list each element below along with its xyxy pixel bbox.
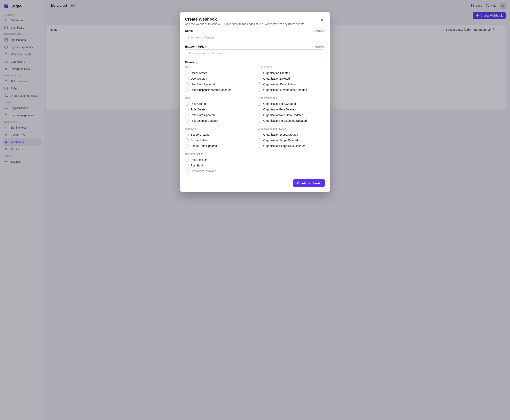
checkbox-icon xyxy=(185,102,189,105)
event-checkbox-organizationscope-created[interactable]: OrganizationScope.Created xyxy=(258,132,324,137)
checkbox-icon xyxy=(258,88,261,92)
event-label: OrganizationRole.Scopes.Updated xyxy=(263,119,307,122)
checkbox-icon xyxy=(185,164,189,167)
event-group-label: Organization permission xyxy=(258,127,324,130)
event-checkbox-organizationrole-scopes-updated[interactable]: OrganizationRole.Scopes.Updated xyxy=(258,118,324,124)
event-checkbox-organization-membership-updated[interactable]: Organization.Membership.Updated xyxy=(258,87,324,93)
event-checkbox-role-data-updated[interactable]: Role.Data.Updated xyxy=(185,112,252,118)
event-checkbox-organizationrole-data-updated[interactable]: OrganizationRole.Data.Updated xyxy=(258,112,324,118)
checkbox-icon xyxy=(185,108,189,111)
info-icon[interactable]: i xyxy=(205,45,208,48)
event-label: User.Deleted xyxy=(191,77,207,80)
endpoint-input[interactable] xyxy=(185,49,324,57)
event-checkbox-scope-created[interactable]: Scope.Created xyxy=(185,132,252,137)
event-group-label: Organization xyxy=(258,66,324,68)
modal-subtitle: Add the Webhook to send a POST request t… xyxy=(185,22,305,26)
event-checkbox-user-suspensionstatus-updated[interactable]: User.SuspensionStatus.Updated xyxy=(185,87,252,93)
event-checkbox-postsignin[interactable]: PostSignIn xyxy=(185,163,252,168)
checkbox-icon xyxy=(258,108,261,111)
checkbox-icon xyxy=(258,71,261,75)
event-group-label: Organization role xyxy=(258,96,324,99)
create-webhook-submit[interactable]: Create webhook xyxy=(293,179,325,187)
event-label: Organization.Data.Updated xyxy=(263,83,298,86)
checkbox-icon xyxy=(185,71,189,75)
event-checkbox-postregister[interactable]: PostRegister xyxy=(185,157,252,163)
event-label: User.Data.Updated xyxy=(191,83,215,86)
checkbox-icon xyxy=(185,119,189,122)
event-checkbox-organization-created[interactable]: Organization.Created xyxy=(258,70,324,76)
event-label: Organization.Created xyxy=(263,71,290,75)
event-checkbox-scope-deleted[interactable]: Scope.Deleted xyxy=(185,137,252,143)
checkbox-icon xyxy=(185,138,189,142)
event-label: OrganizationScope.Deleted xyxy=(263,139,298,142)
checkbox-icon xyxy=(185,82,189,86)
event-checkbox-organizationrole-deleted[interactable]: OrganizationRole.Deleted xyxy=(258,107,324,112)
event-checkbox-organizationscope-deleted[interactable]: OrganizationScope.Deleted xyxy=(258,137,324,143)
event-group-label: Role xyxy=(185,96,252,99)
checkbox-icon xyxy=(258,119,261,122)
name-input[interactable] xyxy=(185,34,324,41)
event-label: Scope.Created xyxy=(191,133,210,136)
checkbox-icon xyxy=(185,158,189,162)
create-webhook-modal: Create Webhook Add the Webhook to send a… xyxy=(180,12,330,192)
checkbox-icon xyxy=(258,113,261,117)
required-indicator: Required xyxy=(314,30,324,32)
event-label: Scope.Deleted xyxy=(191,139,209,142)
checkbox-icon xyxy=(258,133,261,136)
checkbox-icon xyxy=(185,144,189,148)
event-checkbox-role-created[interactable]: Role.Created xyxy=(185,101,252,107)
modal-title: Create Webhook xyxy=(185,17,305,22)
event-checkbox-postresetpassword[interactable]: PostResetPassword xyxy=(185,168,252,174)
event-label: PostRegister xyxy=(191,158,207,161)
event-checkbox-user-deleted[interactable]: User.Deleted xyxy=(185,76,252,82)
checkbox-icon xyxy=(185,113,189,117)
event-label: OrganizationScope.Data.Updated xyxy=(263,144,305,148)
checkbox-icon xyxy=(258,77,261,80)
event-label: Organization.Deleted xyxy=(263,77,290,80)
event-label: Role.Created xyxy=(191,102,207,105)
checkbox-icon xyxy=(258,138,261,142)
checkbox-icon xyxy=(258,82,261,86)
event-label: Scope.Data.Updated xyxy=(191,144,217,148)
event-label: PostSignIn xyxy=(191,164,204,167)
event-checkbox-user-created[interactable]: User.Created xyxy=(185,70,252,76)
event-label: OrganizationScope.Created xyxy=(263,133,298,136)
event-checkbox-scope-data-updated[interactable]: Scope.Data.Updated xyxy=(185,143,252,149)
event-checkbox-role-deleted[interactable]: Role.Deleted xyxy=(185,107,252,112)
event-label: Organization.Membership.Updated xyxy=(263,88,307,91)
event-label: OrganizationRole.Deleted xyxy=(263,108,295,111)
event-label: Role.Scopes.Updated xyxy=(191,119,218,122)
event-label: Role.Data.Updated xyxy=(191,113,215,117)
required-indicator: Required xyxy=(314,45,324,48)
checkbox-icon xyxy=(258,102,261,105)
event-label: User.SuspensionStatus.Updated xyxy=(191,88,232,91)
checkbox-icon xyxy=(185,77,189,80)
event-label: PostResetPassword xyxy=(191,170,216,173)
close-icon xyxy=(320,18,323,22)
checkbox-icon xyxy=(258,144,261,148)
event-group-label: User xyxy=(185,66,252,68)
modal-overlay[interactable]: Create Webhook Add the Webhook to send a… xyxy=(0,0,510,420)
event-label: Role.Deleted xyxy=(191,108,207,111)
name-label: Name xyxy=(185,29,193,32)
event-checkbox-organizationscope-data-updated[interactable]: OrganizationScope.Data.Updated xyxy=(258,143,324,149)
event-label: OrganizationRole.Created xyxy=(263,102,296,105)
event-group-label: Permission xyxy=(185,127,252,130)
event-label: OrganizationRole.Data.Updated xyxy=(263,113,303,117)
close-button[interactable] xyxy=(319,17,325,23)
event-checkbox-organizationrole-created[interactable]: OrganizationRole.Created xyxy=(258,101,324,107)
checkbox-icon xyxy=(185,169,189,173)
checkbox-icon xyxy=(185,88,189,92)
event-checkbox-role-scopes-updated[interactable]: Role.Scopes.Updated xyxy=(185,118,252,124)
event-label: User.Created xyxy=(191,71,207,75)
event-group-label: User interaction xyxy=(185,152,252,155)
events-label: Events i xyxy=(185,61,324,64)
checkbox-icon xyxy=(185,133,189,136)
endpoint-label: Endpoint URL i xyxy=(185,45,208,48)
event-checkbox-organization-data-updated[interactable]: Organization.Data.Updated xyxy=(258,82,324,87)
event-checkbox-user-data-updated[interactable]: User.Data.Updated xyxy=(185,82,252,87)
event-checkbox-organization-deleted[interactable]: Organization.Deleted xyxy=(258,76,324,82)
info-icon[interactable]: i xyxy=(195,61,198,64)
